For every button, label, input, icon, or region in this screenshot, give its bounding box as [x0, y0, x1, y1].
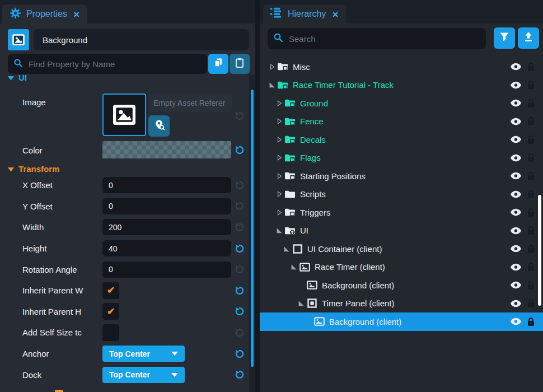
hierarchy-search[interactable]: [268, 28, 486, 49]
collapsed-arrow-icon[interactable]: [275, 100, 283, 107]
visibility-eye-icon[interactable]: [510, 227, 522, 235]
reset-icon[interactable]: [234, 222, 245, 233]
lock-icon[interactable]: [527, 317, 535, 326]
tab-hierarchy[interactable]: Hierarchy ×: [263, 4, 346, 24]
lock-icon[interactable]: [527, 298, 535, 308]
reset-icon[interactable]: [234, 306, 245, 317]
lock-icon[interactable]: [527, 135, 535, 144]
visibility-eye-icon[interactable]: [510, 81, 522, 89]
lock-icon[interactable]: [527, 99, 535, 108]
hierarchy-search-input[interactable]: [288, 34, 480, 44]
lock-icon[interactable]: [527, 281, 535, 290]
reset-icon[interactable]: [234, 180, 245, 191]
reset-icon[interactable]: [234, 327, 245, 338]
lock-icon[interactable]: [527, 116, 535, 126]
reset-image-icon[interactable]: [234, 110, 245, 122]
tree-row[interactable]: UI: [260, 222, 543, 240]
paste-properties-button[interactable]: [230, 54, 250, 74]
reset-icon[interactable]: [234, 285, 245, 296]
property-input[interactable]: 200: [102, 219, 231, 235]
lock-icon[interactable]: [527, 80, 535, 90]
expanded-arrow-icon[interactable]: [268, 81, 275, 88]
properties-scrollbar-thumb[interactable]: [251, 90, 254, 367]
find-property-input[interactable]: [27, 59, 202, 69]
find-property-search[interactable]: [8, 54, 207, 74]
lock-icon[interactable]: [527, 226, 535, 235]
hierarchy-scrollbar-thumb[interactable]: [538, 195, 541, 306]
visibility-eye-icon[interactable]: [510, 318, 522, 325]
tree-row[interactable]: Background (client): [260, 276, 543, 295]
tree-row[interactable]: Misc: [260, 58, 543, 76]
object-name-field[interactable]: [34, 29, 249, 50]
tree-row[interactable]: Scripts: [260, 185, 543, 204]
expanded-arrow-icon[interactable]: [282, 245, 290, 253]
color-swatch[interactable]: [102, 141, 231, 158]
property-dropdown[interactable]: Top Center: [102, 367, 185, 383]
visibility-eye-icon[interactable]: [510, 118, 522, 125]
lock-icon[interactable]: [527, 262, 535, 272]
collapsed-arrow-icon[interactable]: [268, 63, 275, 71]
copy-properties-button[interactable]: [208, 54, 228, 74]
visibility-eye-icon[interactable]: [510, 154, 522, 162]
tree-row[interactable]: Decals: [260, 130, 543, 149]
tree-row[interactable]: Fence: [260, 113, 543, 131]
lock-icon[interactable]: [527, 62, 535, 72]
reset-icon[interactable]: [234, 243, 245, 254]
expanded-arrow-icon[interactable]: [275, 227, 283, 234]
object-name-input[interactable]: [41, 35, 241, 45]
collapsed-arrow-icon[interactable]: [275, 136, 283, 143]
visibility-eye-icon[interactable]: [510, 172, 522, 180]
visibility-eye-icon[interactable]: [510, 190, 522, 198]
close-tab-icon[interactable]: ×: [73, 9, 79, 20]
section-header-ui[interactable]: UI: [8, 73, 27, 82]
close-tab-icon[interactable]: ×: [332, 9, 338, 20]
filter-button[interactable]: [494, 27, 515, 49]
visibility-eye-icon[interactable]: [510, 300, 522, 307]
tree-row[interactable]: Starting Positions: [260, 167, 543, 185]
expanded-arrow-icon[interactable]: [289, 263, 297, 270]
lock-icon[interactable]: [527, 244, 535, 254]
collapsed-arrow-icon[interactable]: [275, 118, 283, 125]
visibility-eye-icon[interactable]: [510, 208, 522, 216]
image-asset-thumbnail[interactable]: [102, 94, 146, 136]
property-input[interactable]: 40: [102, 240, 231, 256]
expanded-arrow-icon[interactable]: [297, 300, 305, 307]
tree-row[interactable]: UI Container (client): [260, 240, 543, 258]
visibility-eye-icon[interactable]: [510, 281, 522, 289]
tree-row[interactable]: Timer Panel (client): [260, 295, 543, 313]
reset-icon[interactable]: [234, 369, 245, 380]
property-checkbox[interactable]: [102, 324, 119, 341]
property-input[interactable]: 0: [102, 262, 231, 278]
lock-icon[interactable]: [527, 208, 535, 217]
tree-row[interactable]: Triggers: [260, 203, 543, 222]
reset-color-icon[interactable]: [234, 144, 245, 156]
tree-row[interactable]: Ground: [260, 94, 543, 113]
property-checkbox[interactable]: ✔: [102, 282, 119, 299]
collapsed-arrow-icon[interactable]: [275, 190, 283, 198]
collapsed-arrow-icon[interactable]: [275, 172, 283, 180]
lock-icon[interactable]: [527, 171, 535, 181]
find-asset-button[interactable]: [148, 115, 170, 137]
tree-row[interactable]: Race Timer (client): [260, 258, 543, 277]
visibility-eye-icon[interactable]: [510, 99, 522, 107]
property-checkbox[interactable]: ✔: [102, 303, 119, 320]
visibility-eye-icon[interactable]: [510, 136, 522, 143]
tab-properties[interactable]: Properties ×: [2, 4, 87, 24]
upload-button[interactable]: [518, 27, 539, 49]
lock-icon[interactable]: [527, 189, 535, 199]
image-asset-reference-field[interactable]: Empty Asset Referer: [148, 94, 232, 112]
visibility-eye-icon[interactable]: [510, 63, 522, 71]
collapsed-arrow-icon[interactable]: [275, 154, 283, 161]
collapsed-arrow-icon[interactable]: [275, 209, 283, 216]
tree-row[interactable]: Race Timer Tutorial - Track: [260, 76, 543, 95]
tree-row[interactable]: Background (client): [260, 312, 543, 331]
reset-icon[interactable]: [234, 264, 245, 275]
property-input[interactable]: 0: [102, 198, 231, 214]
visibility-eye-icon[interactable]: [510, 245, 522, 253]
visibility-eye-icon[interactable]: [510, 263, 522, 271]
lock-icon[interactable]: [527, 153, 535, 162]
tree-row[interactable]: Flags: [260, 149, 543, 167]
reset-icon[interactable]: [234, 200, 245, 212]
property-input[interactable]: 0: [102, 177, 231, 193]
reset-icon[interactable]: [234, 348, 245, 360]
